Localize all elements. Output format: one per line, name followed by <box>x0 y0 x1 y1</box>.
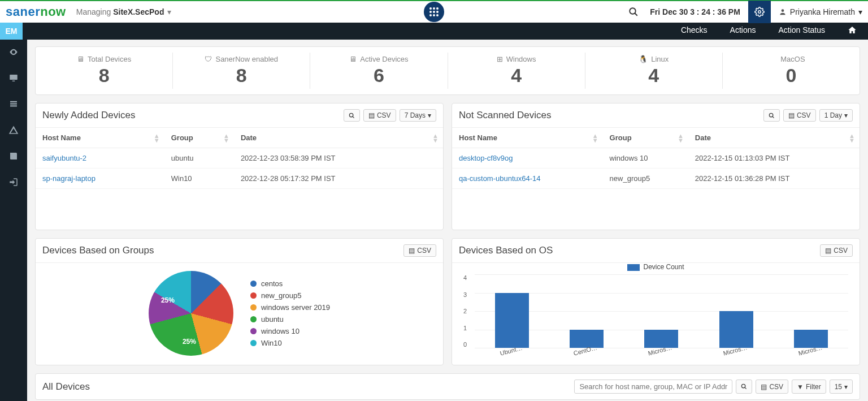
nav-checks[interactable]: Checks <box>681 25 708 37</box>
svg-point-20 <box>769 113 772 117</box>
bar[interactable] <box>570 330 604 348</box>
csv-button[interactable]: ▤ CSV <box>756 380 788 394</box>
svg-point-4 <box>433 11 435 13</box>
logo[interactable]: sanernow <box>6 5 66 19</box>
search-button[interactable] <box>763 109 780 122</box>
search-button[interactable] <box>736 380 752 394</box>
svg-point-6 <box>429 14 432 16</box>
search-button[interactable] <box>344 109 360 122</box>
cell: 2022-12-28 05:17:32 PM IST <box>234 169 443 189</box>
chevron-down-icon[interactable]: ▾ <box>167 7 171 16</box>
range-label: 7 Days <box>405 111 426 119</box>
stat-total-devices: 🖥Total Devices 8 <box>36 53 173 89</box>
user-menu[interactable]: Priyanka Hiremath ▾ <box>779 7 862 16</box>
device-search-input[interactable] <box>574 380 732 394</box>
csv-button[interactable]: ▤ CSV <box>403 244 436 257</box>
bar-legend: Device Count <box>463 263 848 271</box>
col-date[interactable]: Date▲▼ <box>234 128 443 148</box>
logo-part-a: saner <box>6 5 40 19</box>
host-link[interactable]: saifyubuntu-2 <box>36 148 164 169</box>
stat-value: 8 <box>36 64 172 87</box>
eye-icon[interactable] <box>8 46 19 58</box>
stat-value: 4 <box>448 64 585 87</box>
sidebar <box>0 40 27 401</box>
host-link[interactable]: qa-custom-ubuntux64-14 <box>452 169 603 189</box>
legend-item[interactable]: ubuntu <box>250 315 330 324</box>
host-link[interactable]: desktop-cf8v9og <box>452 148 603 169</box>
logout-icon[interactable] <box>8 176 19 188</box>
svg-point-8 <box>436 14 439 16</box>
panel-title: Devices Based on OS <box>459 245 553 256</box>
svg-point-7 <box>433 14 435 16</box>
range-dropdown[interactable]: 1 Day ▾ <box>819 109 853 122</box>
svg-line-10 <box>635 13 638 16</box>
monitor-icon: 🖥 <box>77 55 84 63</box>
legend-item[interactable]: Win10 <box>250 339 330 347</box>
legend-item[interactable]: windows 10 <box>250 327 330 335</box>
svg-point-2 <box>436 7 439 10</box>
user-icon <box>779 8 787 16</box>
stat-label: Active Devices <box>360 55 408 63</box>
bar[interactable] <box>719 311 753 348</box>
linux-icon: 🐧 <box>639 55 648 63</box>
legend-dot <box>250 304 257 311</box>
legend-dot <box>250 328 257 334</box>
bar[interactable] <box>644 330 678 348</box>
panel-title: Devices Based on Groups <box>42 245 154 256</box>
settings-button[interactable] <box>748 1 771 23</box>
warning-icon[interactable] <box>8 124 19 136</box>
stat-active-devices: 🖥Active Devices 6 <box>310 53 448 89</box>
main-content: 🖥Total Devices 8 🛡SanerNow enabled 8 🖥Ac… <box>27 40 868 401</box>
svg-point-11 <box>758 11 761 14</box>
col-group[interactable]: Group▲▼ <box>603 128 688 148</box>
stat-label: Total Devices <box>88 55 131 63</box>
apps-grid-button[interactable] <box>424 2 444 22</box>
bar[interactable] <box>495 293 529 348</box>
home-icon[interactable] <box>848 25 857 37</box>
nav-actions[interactable]: Actions <box>730 25 756 37</box>
search-icon[interactable] <box>625 3 642 20</box>
csv-button[interactable]: ▤ CSV <box>363 109 396 122</box>
csv-button[interactable]: ▤ CSV <box>783 109 816 122</box>
os-bar-chart[interactable]: Device Count 4 3 2 1 0 Ubunt…CentO…Micro… <box>452 263 860 365</box>
col-date[interactable]: Date▲▼ <box>688 128 860 148</box>
groups-pie-chart[interactable]: 25% 25% <box>149 271 233 356</box>
csv-button[interactable]: ▤ CSV <box>820 244 853 257</box>
pie-legend: centos new_group5 windows server 2019 ub… <box>250 279 330 347</box>
nav-action-status[interactable]: Action Status <box>779 25 826 37</box>
pie-slice-label: 25% <box>183 338 196 346</box>
managing-label: Managing <box>76 7 111 16</box>
svg-point-1 <box>433 7 435 10</box>
module-pill[interactable]: EM <box>0 23 23 40</box>
col-hostname[interactable]: Host Name▲▼ <box>36 128 164 148</box>
svg-line-23 <box>745 387 747 389</box>
legend-item[interactable]: centos <box>250 279 330 288</box>
legend-item[interactable]: windows server 2019 <box>250 303 330 312</box>
monitor-icon[interactable] <box>8 72 19 84</box>
svg-rect-13 <box>10 75 18 80</box>
svg-point-0 <box>429 7 432 10</box>
book-icon[interactable] <box>8 150 19 162</box>
host-link[interactable]: sp-nagraj-laptop <box>36 169 164 189</box>
page-size-dropdown[interactable]: 15 ▾ <box>830 380 853 394</box>
list-icon[interactable] <box>8 98 19 110</box>
svg-rect-17 <box>10 105 17 106</box>
shield-icon: 🛡 <box>205 55 212 63</box>
cell: ubuntu <box>164 148 234 169</box>
stat-value: 0 <box>723 64 860 87</box>
col-hostname[interactable]: Host Name▲▼ <box>452 128 603 148</box>
svg-line-19 <box>353 116 354 118</box>
legend-square <box>627 264 640 271</box>
cell: 2022-12-15 01:13:03 PM IST <box>688 148 860 169</box>
range-dropdown[interactable]: 7 Days ▾ <box>400 109 436 122</box>
site-selector[interactable]: SiteX.SecPod <box>113 7 164 16</box>
legend-item[interactable]: new_group5 <box>250 291 330 300</box>
table-row: saifyubuntu-2 ubuntu 2022-12-23 03:58:39… <box>36 148 443 169</box>
col-group[interactable]: Group▲▼ <box>164 128 234 148</box>
csv-label: CSV <box>377 111 391 119</box>
filter-button[interactable]: ▼ Filter <box>792 380 826 394</box>
bar[interactable] <box>794 330 828 348</box>
y-axis: 4 3 2 1 0 <box>463 274 467 348</box>
table-row: qa-custom-ubuntux64-14 new_group5 2022-1… <box>452 169 860 189</box>
cell: 2022-12-23 03:58:39 PM IST <box>234 148 443 169</box>
